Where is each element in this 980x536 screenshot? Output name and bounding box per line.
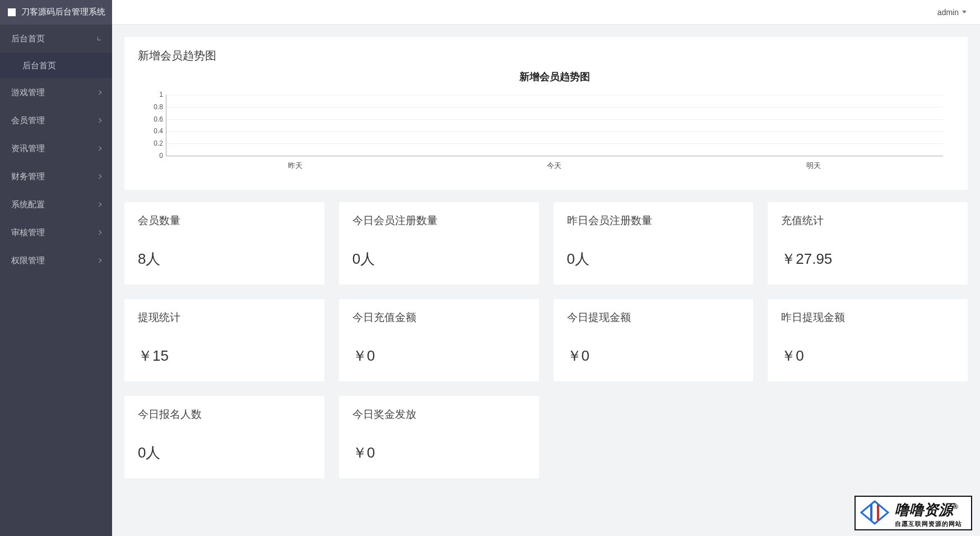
stat-card: 提现统计￥15	[124, 299, 324, 381]
watermark-reg: ®	[953, 503, 958, 511]
chart-gridline	[166, 131, 943, 132]
watermark-text: 噜噜资源	[895, 501, 953, 518]
stat-label: 今日奖金发放	[352, 407, 526, 422]
watermark-sub: 自愿互联网资源的网站	[895, 520, 962, 528]
user-menu[interactable]: admin	[937, 8, 980, 17]
chart-card-title: 新增会员趋势图	[138, 48, 954, 63]
stats-grid: 会员数量8人今日会员注册数量0人昨日会员注册数量0人充值统计￥27.95提现统计…	[124, 202, 968, 478]
user-name: admin	[937, 8, 959, 17]
nav-item-finance[interactable]: 财务管理	[0, 162, 112, 190]
brand-text: 刀客源码后台管理系统	[21, 7, 105, 17]
nav-label: 系统配置	[11, 199, 45, 210]
nav-label: 财务管理	[11, 171, 45, 182]
nav-item-permission[interactable]: 权限管理	[0, 246, 112, 274]
stat-card: 会员数量8人	[124, 202, 324, 285]
nav-item-dashboard[interactable]: 后台首页	[0, 25, 112, 53]
chart-xtick: 明天	[684, 161, 943, 171]
nav-sub-dashboard-home[interactable]: 后台首页	[0, 53, 112, 78]
stat-label: 今日报名人数	[138, 407, 311, 422]
nav-label: 会员管理	[11, 115, 45, 126]
chart-plot: 00.20.40.60.81	[166, 95, 943, 156]
chevron-right-icon	[97, 146, 101, 151]
chart-ytick: 0.4	[146, 127, 163, 135]
chevron-right-icon	[97, 90, 101, 95]
stat-value: ￥0	[352, 346, 526, 366]
stat-label: 会员数量	[138, 213, 311, 228]
nav-sub-label: 后台首页	[22, 60, 56, 71]
chevron-right-icon	[97, 230, 101, 235]
nav-item-game[interactable]: 游戏管理	[0, 78, 112, 106]
chevron-right-icon	[97, 202, 101, 207]
stat-value: ￥0	[567, 346, 740, 366]
chevron-right-icon	[97, 118, 101, 123]
nav-label: 资讯管理	[11, 143, 45, 154]
chart-ytick: 0.2	[146, 139, 163, 147]
chevron-down-icon	[97, 37, 101, 40]
brand: 刀客源码后台管理系统	[0, 0, 112, 25]
stat-label: 今日提现金额	[567, 310, 740, 325]
chart-ytick: 0	[146, 152, 163, 160]
chart-gridline	[166, 95, 943, 95]
stat-value: ￥27.95	[781, 249, 954, 269]
stat-value: ￥0	[781, 346, 954, 366]
chart-ytick: 0.6	[146, 115, 163, 123]
chart-xtick: 今天	[425, 161, 684, 171]
chart-xtick: 昨天	[166, 161, 425, 171]
stat-card: 今日充值金额￥0	[339, 299, 539, 381]
chart-title: 新增会员趋势图	[166, 70, 943, 83]
chart-ytick: 0.8	[146, 103, 163, 111]
nav-item-news[interactable]: 资讯管理	[0, 134, 112, 162]
svg-marker-0	[861, 501, 888, 524]
stat-label: 今日充值金额	[352, 310, 526, 325]
chart-card: 新增会员趋势图 新增会员趋势图 00.20.40.60.81 昨天今天明天	[124, 37, 968, 190]
stat-card: 今日报名人数0人	[124, 396, 324, 478]
topbar: 刀客源码后台管理系统 admin	[0, 0, 980, 25]
stat-value: ￥15	[138, 346, 311, 366]
brand-icon	[8, 8, 16, 16]
watermark-logo-icon	[860, 500, 889, 525]
nav-item-system[interactable]: 系统配置	[0, 190, 112, 218]
stat-card: 昨日提现金额￥0	[768, 299, 968, 381]
stat-value: 8人	[138, 249, 311, 269]
nav-item-member[interactable]: 会员管理	[0, 106, 112, 134]
stat-card: 今日提现金额￥0	[554, 299, 754, 381]
nav-label: 权限管理	[11, 255, 45, 266]
stat-card: 昨日会员注册数量0人	[554, 202, 754, 285]
nav-label: 后台首页	[11, 34, 45, 44]
stat-value: 0人	[138, 443, 311, 463]
caret-down-icon	[962, 11, 967, 13]
chevron-right-icon	[97, 174, 101, 179]
stat-value: 0人	[567, 249, 740, 269]
watermark: 噜噜资源® 自愿互联网资源的网站	[854, 496, 972, 530]
stat-value: 0人	[352, 249, 526, 269]
chart-gridline	[166, 107, 943, 108]
chart-xlabels: 昨天今天明天	[166, 156, 943, 171]
stat-label: 提现统计	[138, 310, 311, 325]
stat-label: 今日会员注册数量	[352, 213, 526, 228]
stat-value: ￥0	[352, 443, 526, 463]
nav-label: 游戏管理	[11, 87, 45, 98]
stat-label: 充值统计	[781, 213, 954, 228]
stat-card: 充值统计￥27.95	[768, 202, 968, 285]
chevron-right-icon	[97, 258, 101, 263]
stat-card: 今日奖金发放￥0	[339, 396, 539, 478]
stat-card: 今日会员注册数量0人	[339, 202, 539, 285]
chart-gridline	[166, 119, 943, 120]
chart-gridline	[166, 143, 943, 144]
chart-ytick: 1	[146, 91, 163, 99]
nav-item-audit[interactable]: 审核管理	[0, 218, 112, 246]
sidebar: 后台首页 后台首页 游戏管理 会员管理 资讯管理 财务管理 系统配置 审核管理 …	[0, 25, 112, 536]
stat-label: 昨日提现金额	[781, 310, 954, 325]
main-content: 新增会员趋势图 新增会员趋势图 00.20.40.60.81 昨天今天明天 会员…	[112, 25, 980, 491]
stat-label: 昨日会员注册数量	[567, 213, 740, 228]
nav-label: 审核管理	[11, 227, 45, 238]
chart-area: 新增会员趋势图 00.20.40.60.81 昨天今天明天	[166, 70, 943, 176]
